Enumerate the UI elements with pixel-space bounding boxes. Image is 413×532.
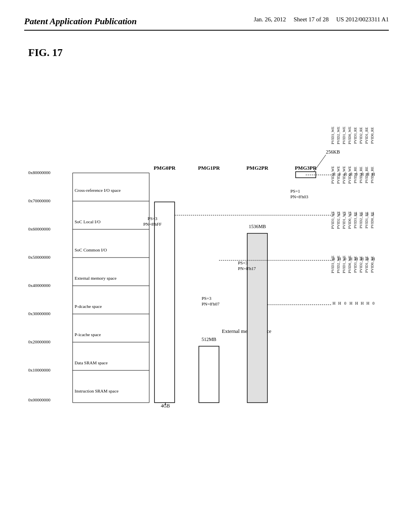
region-label-3: P-dcache space (75, 304, 102, 309)
pvid-pmg3pr-label-6: PVID1_RE (365, 127, 369, 144)
pvid-pmg1pr-label-5: PVID2_RE (359, 212, 363, 229)
v3-3: H (349, 172, 352, 177)
addr-7: 0x70000000 (28, 198, 51, 203)
v3-1: 0 (339, 172, 341, 177)
pmg2pr-ps: PS=3 (238, 260, 248, 265)
pmg3pr-arrow (314, 155, 326, 172)
pvid-pmg1pr-label-1: PVID2_WE (336, 211, 340, 229)
v2-0: H (332, 301, 335, 305)
v2-6: H (366, 301, 369, 305)
pvid-pmg3pr-label-7: PVID0_RE (370, 127, 374, 144)
addr-8: 0x80000000 (28, 170, 51, 175)
pvid-pmg2pr-label-1: PVID2_WE (336, 256, 340, 273)
v2-3: H (349, 301, 352, 305)
pmg2pr-label: PMG2PR (246, 165, 269, 171)
addr-6: 0x60000000 (28, 227, 51, 231)
addr-1: 0x10000000 (28, 368, 51, 372)
pvid-pmg2pr-label-0: PVID3_WE (331, 256, 335, 273)
pmg3pr-label: PMG3PR (295, 165, 317, 171)
sheet-info: Sheet 17 of 28 (294, 16, 329, 23)
pmg2pr-pn: PN=8'h17 (238, 266, 256, 271)
pmg1pr-pn: PN=8'h07 (202, 301, 220, 306)
pvid-pmg1pr-label-3: PVID0_WE (348, 211, 352, 229)
pvid-pmg3pr-label-2: PVID1_WE (342, 127, 346, 144)
page-header: Patent Application Publication Jan. 26, … (24, 16, 389, 31)
pub-date: Jan. 26, 2012 (254, 16, 286, 23)
pvid-pmg2pr-label-4: PVID3_RE (353, 256, 357, 273)
addr-2: 0x20000000 (28, 339, 51, 344)
pvid-pmg2pr-label-3: PVID0_WE (348, 256, 352, 273)
region-label-5: SoC Common I/O (75, 247, 107, 252)
pmg3pr-size: 256KB (326, 149, 340, 155)
v2-7: 0 (373, 301, 375, 305)
v3-2: H (344, 172, 346, 177)
pvid-pmg1pr-label-6: PVID1_RE (365, 212, 369, 229)
pvid-pmg2pr-label-6: PVID1_RE (365, 256, 369, 273)
region-label-0: Instruction SRAM space (75, 389, 119, 393)
pvid-pmg2pr-label-2: PVID1_WE (342, 256, 346, 273)
pvid-pmg2pr: PVID3_WE PVID2_WE PVID1_WE PVID0_WE PVID… (331, 256, 375, 305)
pvid-pmg1pr-label-2: PVID1_WE (342, 211, 346, 229)
pvid-pmg2pr-label-5: PVID2_RE (359, 256, 363, 273)
addr-0: 0x00000000 (28, 397, 51, 402)
pmg2pr-size: 1536MB (249, 224, 266, 229)
addr-3: 0x30000000 (28, 311, 51, 316)
region-label-7a: Cross-reference I/O space (75, 188, 121, 193)
v3-0: H (332, 172, 335, 177)
page: Patent Application Publication Jan. 26, … (0, 0, 413, 532)
diagram: 0x00000000 0x10000000 0x20000000 0x30000… (24, 67, 389, 451)
v2-4: H (355, 301, 358, 305)
v3-6: H (366, 172, 369, 177)
header-info: Jan. 26, 2012 Sheet 17 of 28 US 2012/002… (254, 16, 389, 23)
v2-5: H (361, 301, 363, 305)
pmg1pr-label: PMG1PR (198, 165, 220, 171)
pmg0pr-label: PMG0PR (154, 165, 176, 171)
figure-label: FIG. 17 (28, 47, 389, 59)
pmg1pr-size: 512MB (202, 337, 217, 342)
pmg1pr-bar (199, 346, 219, 403)
figure-17-svg: 0x00000000 0x10000000 0x20000000 0x30000… (24, 67, 407, 450)
v2-2: 0 (344, 301, 346, 305)
pvid-pmg1pr: PVID3_WE PVID2_WE PVID1_WE PVID0_WE PVID… (331, 211, 375, 261)
pmg2pr-fill (248, 234, 267, 402)
pmg0pr-ps: PS=3 (148, 216, 157, 221)
pvid-pmg3pr-label-0: PVID3_WE (331, 127, 335, 144)
publication-title: Patent Application Publication (24, 16, 137, 27)
pvid-pmg1pr-label-4: PVID3_RE (353, 212, 357, 229)
pmg3pr-pn: PN=8'h03 (290, 194, 309, 199)
pvid-pmg1pr-label-7: PVID0_RE (370, 212, 374, 229)
pvid-pmg2pr-label-7: PVID0_RE (370, 256, 374, 273)
pvid-pmg3pr-label-4: PVID3_RE (353, 127, 357, 144)
v3-7: H (372, 172, 375, 177)
v2-1: H (338, 301, 341, 305)
pvid-pmg3pr-label-5: PVID2_RE (359, 127, 363, 144)
v3-5: H (361, 172, 363, 177)
pmg3pr-ps: PS=1 (290, 189, 300, 193)
pmg1pr-ps: PS=3 (202, 296, 211, 301)
pvid-pmg3pr-label-1: PVID2_WE (336, 127, 340, 144)
pub-date-sheet: Jan. 26, 2012 Sheet 17 of 28 US 2012/002… (254, 16, 389, 23)
pvid-pmg1pr-label-0: PVID3_WE (331, 211, 335, 229)
region-label-4: External memory space (75, 276, 117, 281)
region-label-2: P-icache space (75, 332, 101, 337)
pvid-pmg3pr-label-3: PVID0_WE (348, 127, 352, 144)
region-label-1: Data SRAM space (75, 360, 108, 365)
v3-4: 0 (356, 172, 358, 177)
pmg0pr-pn: PN=8'hFF (143, 222, 161, 227)
addr-5: 0x50000000 (28, 255, 51, 260)
addr-4: 0x40000000 (28, 283, 51, 288)
pub-number: US 2012/0023311 A1 (336, 16, 389, 23)
pmg0pr-bar (154, 202, 175, 403)
region-label-6: SoC Local I/O (75, 219, 100, 224)
